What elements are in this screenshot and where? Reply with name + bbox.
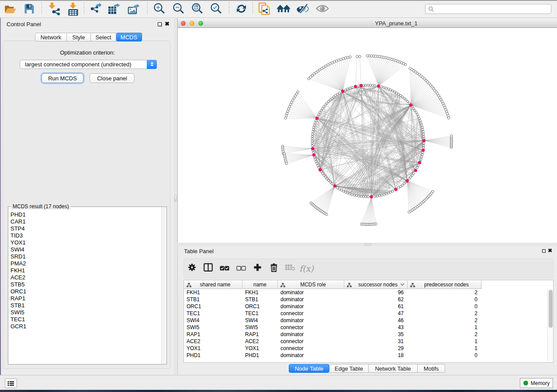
- zoom-fit-button[interactable]: [190, 3, 205, 17]
- control-panel-close-button[interactable]: ✖: [165, 21, 170, 27]
- tab-motifs[interactable]: Motifs: [418, 364, 445, 373]
- table-row[interactable]: SWI5SWI5connector431: [184, 324, 553, 331]
- cell-role: connector: [278, 310, 344, 317]
- cell-name: STB1: [242, 296, 278, 303]
- desktop-bottom-fringe: [0, 390, 557, 392]
- mcds-result-item[interactable]: CAR1: [8, 218, 166, 225]
- table-panel-float-button[interactable]: [542, 249, 546, 253]
- tab-style[interactable]: Style: [67, 33, 91, 41]
- run-mcds-button[interactable]: Run MCDS: [42, 73, 83, 83]
- import-table-icon: [67, 2, 79, 17]
- mcds-result-item[interactable]: ORC1: [8, 288, 166, 295]
- mcds-result-item[interactable]: SRD1: [8, 253, 166, 260]
- column-header-predecessor-nodes[interactable]: predecessor nodes: [408, 280, 481, 289]
- save-button[interactable]: [22, 3, 37, 17]
- tab-mcds[interactable]: MCDS: [116, 33, 142, 41]
- dropdown-arrows-icon: [147, 60, 157, 69]
- network-canvas[interactable]: [178, 28, 557, 243]
- mcds-result-item[interactable]: STB5: [8, 281, 166, 288]
- close-panel-button[interactable]: Close panel: [90, 73, 135, 83]
- mcds-result-item[interactable]: TID3: [8, 232, 166, 239]
- column-header-successor-nodes[interactable]: successor nodes: [344, 280, 408, 289]
- column-header-MCDS-role[interactable]: MCDS role: [278, 280, 344, 289]
- hide-selected-button[interactable]: [295, 3, 310, 17]
- show-all-button[interactable]: [315, 3, 330, 17]
- delete-button[interactable]: [269, 263, 279, 274]
- import-table-button[interactable]: [66, 3, 80, 17]
- table-row[interactable]: STB1STB1dominator620: [184, 296, 553, 303]
- export-table-button[interactable]: [107, 3, 121, 17]
- export-image-button[interactable]: [126, 3, 141, 17]
- tab-network[interactable]: Network: [35, 33, 67, 41]
- gear-button[interactable]: [187, 263, 197, 274]
- cell-name: TEC1: [242, 310, 278, 317]
- horizontal-splitter-handle[interactable]: [364, 243, 371, 245]
- mcds-result-item[interactable]: TEC1: [8, 316, 166, 323]
- node-table-scrollbar[interactable]: [547, 289, 553, 362]
- split-pane-icon: [204, 263, 213, 273]
- scrollbar-thumb[interactable]: [549, 290, 553, 328]
- function-icon[interactable]: f(x): [301, 263, 312, 274]
- criterion-dropdown[interactable]: largest connected component (undirected): [20, 60, 157, 69]
- mcds-result-item[interactable]: STP4: [8, 225, 166, 232]
- zoom-selected-button[interactable]: [209, 3, 224, 17]
- open-folder-button[interactable]: [3, 3, 17, 17]
- select-all-button[interactable]: [219, 263, 230, 274]
- table-row[interactable]: TEC1TEC1connector472: [184, 310, 553, 317]
- cell-role: dominator: [278, 352, 344, 359]
- show-panels-list-button[interactable]: [5, 378, 17, 388]
- first-neighbors-button[interactable]: [276, 3, 291, 17]
- tab-node-table[interactable]: Node Table: [289, 364, 329, 373]
- mcds-result-item[interactable]: RAP1: [8, 295, 166, 302]
- table-row[interactable]: SWI4SWI4dominator462: [184, 317, 553, 324]
- chevron-down-icon[interactable]: [401, 282, 404, 285]
- mcds-result-item[interactable]: YOX1: [8, 239, 166, 246]
- import-network-button[interactable]: [47, 3, 62, 17]
- control-panel-float-button[interactable]: [158, 22, 162, 26]
- export-network-icon: [90, 3, 102, 17]
- mcds-result-item[interactable]: FKH1: [8, 267, 166, 274]
- cell-shared_name: ORC1: [184, 303, 242, 310]
- table-panel-close-button[interactable]: ✖: [548, 248, 552, 254]
- mcds-list-scrollbar[interactable]: [161, 207, 166, 364]
- tab-edge-table[interactable]: Edge Table: [329, 364, 369, 373]
- toolbar-separator: [42, 3, 42, 15]
- tab-network-table[interactable]: Network Table: [369, 364, 418, 373]
- column-header-shared-name[interactable]: shared name: [184, 280, 242, 289]
- cell-shared_name: FKH1: [184, 289, 242, 296]
- split-pane-button[interactable]: [203, 263, 214, 274]
- table-row[interactable]: ORC1ORC1dominator610: [184, 303, 553, 310]
- table-row[interactable]: PHD1PHD1dominator180: [184, 352, 553, 359]
- zoom-in-button[interactable]: [152, 3, 167, 17]
- mcds-result-item[interactable]: ACE2: [8, 274, 166, 281]
- mcds-result-list: PHD1CAR1STP4TID3YOX1SWI4SRD1PMA2FKH1ACE2…: [8, 207, 166, 364]
- tab-select[interactable]: Select: [91, 33, 116, 41]
- vertical-splitter-handle[interactable]: [174, 195, 176, 202]
- cell-name: SWI5: [242, 324, 278, 331]
- main-toolbar: [0, 1, 557, 18]
- delete-table-button[interactable]: [285, 263, 295, 274]
- hide-selected-icon: [296, 3, 309, 16]
- add-button[interactable]: [252, 263, 263, 274]
- mcds-result-item[interactable]: STB1: [8, 302, 166, 309]
- memory-button[interactable]: Memory: [520, 378, 553, 388]
- table-row[interactable]: YOX1YOX1connector291: [184, 345, 553, 352]
- mcds-result-item[interactable]: SWI4: [8, 246, 166, 253]
- new-network-from-selection-button[interactable]: [257, 3, 272, 17]
- table-row[interactable]: RAP1RAP1dominator352: [184, 331, 553, 338]
- export-network-button[interactable]: [88, 3, 103, 17]
- tree-icon: [280, 282, 285, 289]
- mcds-result-item[interactable]: GCR1: [8, 323, 166, 330]
- table-row[interactable]: FKH1FKH1dominator962: [184, 289, 553, 296]
- mcds-result-item[interactable]: PMA2: [8, 260, 166, 267]
- table-row[interactable]: ACE2ACE2connector311: [184, 338, 553, 345]
- search-input[interactable]: [436, 5, 551, 13]
- zoom-out-button[interactable]: [171, 3, 186, 17]
- deselect-all-button[interactable]: [236, 263, 246, 274]
- cell-predecessors: 0: [408, 296, 481, 303]
- refresh-button[interactable]: [234, 3, 249, 17]
- column-header-name[interactable]: name: [242, 280, 278, 289]
- mcds-result-item[interactable]: SWI5: [8, 309, 166, 316]
- cell-predecessors: 1: [408, 345, 481, 352]
- mcds-result-item[interactable]: PHD1: [8, 211, 166, 218]
